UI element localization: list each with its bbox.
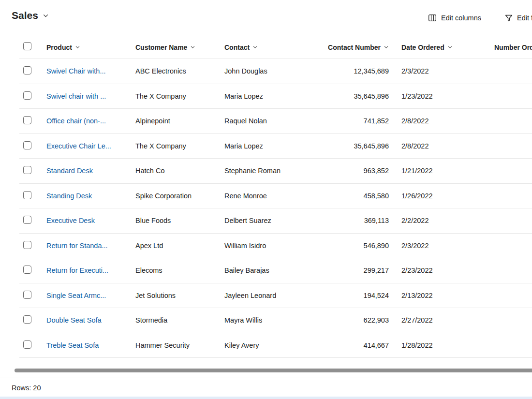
column-header-date-ordered[interactable]: Date Ordered: [389, 44, 494, 51]
contact-cell: William Isidro: [224, 242, 317, 250]
contact-cell: Maria Lopez: [224, 142, 317, 150]
checkbox-cell: [19, 166, 46, 176]
table-row[interactable]: Swivel chair with ... The X Company Mari…: [19, 84, 532, 109]
column-header-contact[interactable]: Contact: [224, 44, 317, 51]
edit-columns-label: Edit columns: [441, 14, 481, 22]
column-header-label: Customer Name: [135, 44, 187, 51]
product-link[interactable]: Swivel chair with ...: [46, 92, 106, 100]
product-link[interactable]: Double Seat Sofa: [46, 316, 102, 324]
chevron-down-icon: [43, 13, 49, 19]
row-checkbox[interactable]: [23, 291, 31, 299]
contact-number-cell: 369,113: [317, 217, 389, 224]
date-ordered-cell: 2/3/2022: [389, 67, 494, 75]
chevron-down-icon: [75, 44, 80, 50]
customer-cell: The X Company: [135, 92, 224, 100]
product-link[interactable]: Standing Desk: [46, 192, 92, 200]
edit-columns-button[interactable]: Edit columns: [428, 13, 481, 23]
contact-cell: Maria Lopez: [224, 92, 317, 100]
contact-cell: John Douglas: [224, 67, 317, 75]
row-checkbox[interactable]: [23, 266, 31, 274]
row-checkbox[interactable]: [23, 166, 31, 174]
select-all-checkbox[interactable]: [23, 42, 31, 50]
filter-icon: [504, 14, 513, 22]
contact-cell: Delbert Suarez: [224, 217, 317, 224]
product-link[interactable]: Swivel Chair with...: [46, 67, 105, 75]
row-checkbox[interactable]: [23, 141, 31, 149]
contact-number-cell: 194,524: [317, 292, 389, 299]
date-ordered-cell: 2/23/2022: [389, 266, 494, 274]
date-ordered-cell: 1/23/2022: [389, 92, 494, 100]
column-header-label: Product: [46, 44, 72, 51]
column-header-contact-number[interactable]: Contact Number: [317, 44, 389, 51]
edit-filters-button[interactable]: Edit filters: [504, 14, 532, 22]
contact-number-cell: 741,852: [317, 117, 389, 125]
table-row[interactable]: Treble Seat Sofa Hammer Security Kiley A…: [19, 333, 532, 358]
checkbox-cell: [19, 241, 46, 251]
date-ordered-cell: 1/21/2022: [389, 167, 494, 175]
customer-cell: ABC Electronics: [135, 67, 224, 75]
bottom-chrome-strip: [0, 397, 532, 399]
customer-cell: Hatch Co: [135, 167, 224, 175]
date-ordered-cell: 2/13/2022: [389, 292, 494, 299]
contact-number-cell: 414,667: [317, 341, 389, 349]
edit-columns-icon: [428, 13, 437, 23]
customer-cell: Hammer Security: [135, 341, 224, 349]
table-row[interactable]: Executive Chair Le... The X Company Mari…: [19, 134, 532, 159]
table-row[interactable]: Swivel Chair with... ABC Electronics Joh…: [19, 59, 532, 84]
chevron-down-icon: [252, 44, 258, 50]
customer-cell: Jet Solutions: [135, 292, 224, 299]
product-link[interactable]: Executive Chair Le...: [46, 142, 111, 150]
date-ordered-cell: 2/8/2022: [389, 117, 494, 125]
row-checkbox[interactable]: [23, 91, 31, 100]
table-row[interactable]: Single Seat Armc... Jet Solutions Jaylee…: [19, 283, 532, 309]
column-header-label: Contact: [224, 44, 250, 51]
column-header-label: Contact Number: [328, 44, 381, 51]
checkbox-cell: [19, 216, 46, 225]
table-row[interactable]: Return for Executi... Elecoms Bailey Bar…: [19, 258, 532, 283]
row-checkbox[interactable]: [23, 116, 31, 124]
contact-number-cell: 622,903: [317, 316, 389, 324]
contact-number-cell: 35,645,896: [317, 142, 389, 150]
row-checkbox[interactable]: [23, 216, 31, 224]
product-link[interactable]: Treble Seat Sofa: [46, 341, 99, 349]
date-ordered-cell: 2/2/2022: [389, 217, 494, 224]
checkbox-cell: [19, 116, 46, 126]
column-header-product[interactable]: Product: [46, 44, 135, 51]
row-checkbox[interactable]: [23, 315, 31, 324]
column-header-customer-name[interactable]: Customer Name: [135, 44, 224, 51]
contact-cell: Raquel Nolan: [224, 117, 317, 125]
chevron-down-icon: [384, 44, 389, 50]
checkbox-cell: [19, 291, 46, 300]
product-link[interactable]: Return for Executi...: [46, 266, 108, 274]
row-checkbox[interactable]: [23, 241, 31, 249]
checkbox-cell: [19, 266, 46, 275]
checkbox-cell: [19, 315, 46, 325]
table-row[interactable]: Double Seat Sofa Stormedia Mayra Willis …: [19, 308, 532, 333]
product-link[interactable]: Single Seat Armc...: [46, 292, 106, 299]
product-link[interactable]: Standard Desk: [46, 167, 93, 175]
view-selector[interactable]: Sales: [12, 10, 49, 21]
contact-number-cell: 299,217: [317, 266, 389, 274]
page-title: Sales: [12, 10, 38, 21]
sales-table: Product Customer Name Contact Contact Nu…: [0, 36, 532, 358]
customer-cell: The X Company: [135, 142, 224, 150]
date-ordered-cell: 2/3/2022: [389, 242, 494, 250]
customer-cell: Blue Foods: [135, 217, 224, 224]
row-checkbox[interactable]: [23, 340, 31, 349]
table-row[interactable]: Return for Standa... Apex Ltd William Is…: [19, 234, 532, 259]
contact-cell: Mayra Willis: [224, 316, 317, 324]
checkbox-cell: [19, 191, 46, 201]
row-checkbox[interactable]: [23, 66, 31, 74]
table-row[interactable]: Office chair (non-... Alpinepoint Raquel…: [19, 109, 532, 134]
table-row[interactable]: Standing Desk Spike Corporation Rene Mon…: [19, 184, 532, 209]
column-header-number-ordered[interactable]: Number Ordered: [494, 44, 532, 51]
product-link[interactable]: Return for Standa...: [46, 242, 108, 250]
table-row[interactable]: Executive Desk Blue Foods Delbert Suarez…: [19, 208, 532, 234]
row-checkbox[interactable]: [23, 191, 31, 199]
contact-number-cell: 546,890: [317, 242, 389, 250]
product-link[interactable]: Office chair (non-...: [46, 117, 106, 125]
horizontal-scrollbar[interactable]: [15, 369, 532, 372]
product-link[interactable]: Executive Desk: [46, 217, 95, 224]
rows-count: Rows: 20: [12, 384, 41, 392]
table-row[interactable]: Standard Desk Hatch Co Stephanie Roman 9…: [19, 159, 532, 184]
